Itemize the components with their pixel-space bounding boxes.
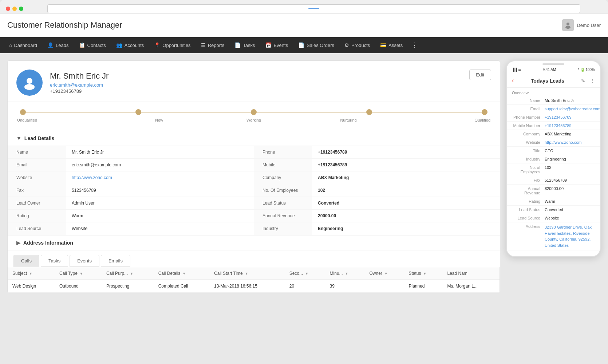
progress-label-qualified: Qualified	[396, 118, 490, 122]
phone-value-company: ABX Marketing	[545, 132, 595, 136]
label-phone: Phone	[254, 146, 312, 158]
phone-value-email[interactable]: support+dev@zohocreator.com	[545, 107, 600, 111]
progress-dot-unqualified[interactable]	[20, 109, 26, 115]
detail-row-lead-owner: Lead Owner Admin User	[8, 197, 254, 210]
nav-label-events: Events	[273, 43, 288, 48]
phone-scroll-area[interactable]: Overview Name Mr. Smith Eric Jr Email su…	[507, 88, 600, 254]
phone-label-lead-status: Lead Status	[512, 207, 545, 212]
phone-value-mobile[interactable]: +19123456789	[545, 123, 595, 128]
profile-avatar	[16, 70, 43, 96]
edit-button[interactable]: Edit	[469, 70, 491, 80]
sales-orders-icon: 📄	[298, 42, 304, 48]
col-call-details[interactable]: Call Details ▼	[154, 267, 210, 280]
value-employees: 102	[312, 184, 500, 197]
detail-row-website: Website http://www.zoho.com	[8, 171, 254, 184]
label-company: Company	[254, 171, 312, 184]
phone-value-rating: Warm	[545, 199, 595, 203]
detail-row-lead-source: Lead Source Website	[8, 222, 254, 235]
progress-label-nurturing: Nurturing	[301, 118, 396, 122]
nav-item-accounts[interactable]: 👥 Accounts	[111, 37, 149, 53]
phone-label-title: Title	[512, 149, 545, 153]
nav-item-reports[interactable]: ☰ Reports	[196, 37, 230, 53]
phone-label-rating: Rating	[512, 199, 545, 203]
reports-icon: ☰	[201, 42, 206, 48]
user-area: Demo User	[562, 19, 601, 31]
col-status[interactable]: Status ▼	[404, 267, 443, 280]
phone-field-fax: Fax 5123456789	[507, 176, 600, 185]
close-button[interactable]	[6, 7, 10, 11]
progress-dot-working[interactable]	[251, 109, 257, 115]
phone-label-mobile: Mobile Number	[512, 123, 545, 128]
progress-dot-nurturing[interactable]	[366, 109, 372, 115]
label-industry: Industry	[254, 222, 312, 235]
nav-label-reports: Reports	[208, 43, 225, 48]
lead-details-header[interactable]: ▼ Lead Details	[8, 131, 500, 146]
tab-emails[interactable]: Emails	[101, 255, 130, 267]
phone-more-icon[interactable]: ⋮	[590, 78, 595, 84]
col-owner[interactable]: Owner ▼	[365, 267, 404, 280]
cell-call-type: Outbound	[55, 280, 102, 293]
phone-value-phone[interactable]: +19123456789	[545, 115, 595, 119]
col-minutes[interactable]: Minu... ▼	[325, 267, 365, 280]
nav-item-assets[interactable]: 💳 Assets	[375, 37, 408, 53]
tasks-icon: 📄	[234, 42, 241, 48]
nav-item-sales-orders[interactable]: 📄 Sales Orders	[293, 37, 339, 53]
phone-back-button[interactable]: ‹	[512, 77, 514, 84]
label-mobile: Mobile	[254, 159, 312, 171]
col-subject[interactable]: Subject ▼	[8, 267, 55, 280]
tab-tasks[interactable]: Tasks	[41, 255, 68, 267]
value-website[interactable]: http://www.zoho.com	[66, 171, 254, 184]
nav-item-events[interactable]: 📅 Events	[260, 37, 293, 53]
phone-edit-icon[interactable]: ✎	[581, 78, 585, 84]
svg-point-1	[565, 26, 571, 29]
col-call-start-time[interactable]: Call Start Time ▼	[210, 267, 285, 280]
col-lead-name[interactable]: Lead Nam	[443, 267, 500, 280]
tab-calls[interactable]: Calls	[13, 255, 39, 267]
phone-action-buttons: ✎ ⋮	[581, 78, 595, 84]
detail-row-rating: Rating Warm	[8, 210, 254, 222]
profile-info: Mr. Smith Eric Jr eric.smith@example.com…	[50, 71, 108, 94]
table-row: Web Design Outbound Prospecting Complete…	[8, 280, 500, 293]
value-lead-source: Website	[66, 222, 254, 235]
details-left-col: Name Mr. Smith Eric Jr Email eric.smith@…	[8, 146, 254, 235]
col-seconds[interactable]: Seco... ▼	[285, 267, 325, 280]
label-lead-owner: Lead Owner	[8, 197, 66, 209]
tab-events[interactable]: Events	[70, 255, 99, 267]
tabs-row: Calls Tasks Events Emails	[13, 255, 494, 267]
col-call-purpose[interactable]: Call Purp... ▼	[102, 267, 154, 280]
nav-item-opportunities[interactable]: 📍 Opportunities	[149, 37, 196, 53]
phone-field-mobile: Mobile Number +19123456789	[507, 122, 600, 130]
events-icon: 📅	[265, 42, 271, 48]
nav-item-contacts[interactable]: 📋 Contacts	[74, 37, 111, 53]
col-call-type[interactable]: Call Type ▼	[55, 267, 102, 280]
nav-label-tasks: Tasks	[243, 43, 255, 48]
nav-item-products[interactable]: ⚙ Products	[339, 37, 375, 53]
value-company: ABX Marketing	[312, 171, 500, 184]
phone-value-website[interactable]: http://www.zoho.com	[545, 140, 595, 145]
window-chrome	[0, 0, 608, 13]
value-lead-status: Converted	[312, 197, 500, 209]
nav-item-tasks[interactable]: 📄 Tasks	[229, 37, 260, 53]
nav-item-dashboard[interactable]: ⌂ Dashboard	[4, 37, 42, 53]
cell-owner	[365, 280, 404, 293]
label-employees: No. Of Employees	[254, 184, 312, 197]
nav-label-accounts: Accounts	[125, 43, 144, 48]
phone-value-address[interactable]: 32398 Gardner Drive, Oak Haven Estates, …	[545, 224, 595, 248]
detail-row-company: Company ABX Marketing	[254, 171, 500, 184]
value-mobile: +19123456789	[312, 159, 500, 171]
progress-dot-new[interactable]	[135, 109, 141, 115]
svg-point-0	[566, 23, 569, 25]
cell-call-details: Completed Call	[154, 280, 210, 293]
opportunities-icon: 📍	[154, 42, 160, 48]
nav-item-leads[interactable]: 👤 Leads	[42, 37, 74, 53]
profile-email[interactable]: eric.smith@example.com	[50, 82, 108, 88]
phone-label-email: Email	[512, 107, 545, 111]
more-menu-button[interactable]: ⋮	[408, 41, 422, 49]
detail-row-mobile: Mobile +19123456789	[254, 159, 500, 171]
calls-table: Subject ▼ Call Type ▼ Call Purp... ▼ Cal…	[8, 267, 500, 293]
address-section-header[interactable]: ▶ Address Information	[8, 236, 500, 250]
maximize-button[interactable]	[19, 7, 23, 11]
minimize-button[interactable]	[12, 7, 17, 11]
detail-row-annual-revenue: Annual Revenue 20000.00	[254, 210, 500, 222]
progress-dot-qualified[interactable]	[482, 109, 487, 115]
